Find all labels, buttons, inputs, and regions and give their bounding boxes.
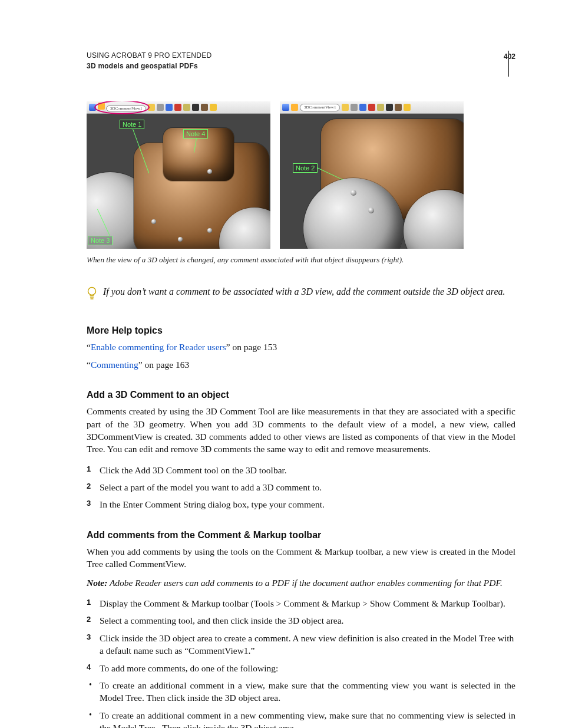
more-help-heading: More Help topics	[87, 324, 515, 337]
help-link[interactable]: Enable commenting for Reader users	[91, 342, 226, 352]
quote: “	[87, 360, 91, 370]
page: 402 USING ACROBAT 9 PRO EXTENDED 3D mode…	[0, 0, 562, 728]
step-item: Select a commenting tool, and then click…	[87, 614, 515, 627]
step-item: Click the Add 3D Comment tool on the 3D …	[87, 464, 515, 476]
section-paragraph: When you add comments by using the tools…	[87, 545, 515, 571]
section-paragraph: Comments created by using the 3D Comment…	[87, 405, 515, 456]
page-number: 402	[504, 52, 515, 62]
quote: “	[87, 342, 91, 352]
ref-suffix: ” on page 153	[226, 342, 277, 352]
running-head-chapter: 3D models and geospatial PDFs	[87, 61, 515, 71]
tip: If you don’t want a comment to be associ…	[87, 285, 515, 301]
toolbar-icon	[166, 104, 173, 111]
step-item: Display the Comment & Markup toolbar (To…	[87, 597, 515, 610]
help-link[interactable]: Commenting	[91, 360, 138, 370]
step-list: Display the Comment & Markup toolbar (To…	[87, 597, 515, 674]
home-icon	[98, 103, 105, 110]
model-part	[163, 128, 234, 181]
lightbulb-icon	[87, 286, 97, 301]
bullet-item: To create an additional comment in a new…	[87, 709, 515, 728]
toolbar-icon	[183, 104, 190, 111]
toolbar-icon	[157, 104, 164, 111]
help-ref-line: “Enable commenting for Reader users” on …	[87, 341, 515, 353]
note-label: Note:	[87, 578, 107, 588]
toolbar-icon	[148, 104, 155, 111]
view-dropdown: 3DCommentView1	[106, 106, 146, 111]
toolbar-icon	[192, 104, 199, 111]
step-list: Click the Add 3D Comment tool on the 3D …	[87, 464, 515, 511]
toolbar-icon	[201, 104, 208, 111]
toolbar-icon	[210, 104, 217, 111]
nav-icon	[282, 104, 289, 111]
svg-point-0	[88, 288, 96, 295]
note-text: Adobe Reader users can add comments to a…	[107, 578, 503, 588]
section-heading: Add comments from the Comment & Markup t…	[87, 529, 515, 542]
toolbar-icon	[377, 104, 384, 111]
step-item: To add more comments, do one of the foll…	[87, 662, 515, 674]
figure-toolbar: 3DCommentView1	[280, 101, 464, 114]
note-tag: Note 2	[293, 163, 318, 173]
toolbar-icon	[404, 104, 411, 111]
figure-pair: 3DCommentView1 Note 1 Note	[87, 101, 515, 249]
circled-controls: 3DCommentView1	[98, 103, 146, 112]
section-heading: Add a 3D Comment to an object	[87, 388, 515, 401]
toolbar-icon	[342, 104, 349, 111]
step-item: In the Enter Comment String dialog box, …	[87, 498, 515, 510]
step-item: Select a part of the model you want to a…	[87, 481, 515, 493]
note-paragraph: Note: Adobe Reader users can add comment…	[87, 577, 515, 589]
toolbar-icon	[359, 104, 366, 111]
tip-text: If you don’t want a comment to be associ…	[103, 285, 505, 298]
nav-icon	[89, 104, 96, 111]
toolbar-icon	[351, 104, 358, 111]
toolbar-icon	[386, 104, 393, 111]
running-head-product: USING ACROBAT 9 PRO EXTENDED	[87, 51, 515, 61]
help-ref-line: “Commenting” on page 163	[87, 358, 515, 371]
toolbar-icon	[174, 104, 181, 111]
figure-left: 3DCommentView1 Note 1 Note	[87, 101, 270, 249]
toolbar-icon	[368, 104, 375, 111]
ref-suffix: ” on page 163	[138, 360, 190, 370]
bullet-item: To create an additional comment in a vie…	[87, 679, 515, 704]
figure-caption: When the view of a 3D object is changed,…	[87, 255, 515, 265]
step-item: Click inside the 3D object area to creat…	[87, 632, 515, 657]
view-dropdown: 3DCommentView1	[300, 104, 340, 111]
home-icon	[291, 104, 298, 111]
toolbar-icon	[395, 104, 402, 111]
figure-toolbar: 3DCommentView1	[87, 101, 270, 114]
note-tag: Note 1	[120, 120, 144, 129]
figure-right: 3DCommentView1 Note 2	[280, 101, 464, 249]
bullet-list: To create an additional comment in a vie…	[87, 679, 515, 728]
